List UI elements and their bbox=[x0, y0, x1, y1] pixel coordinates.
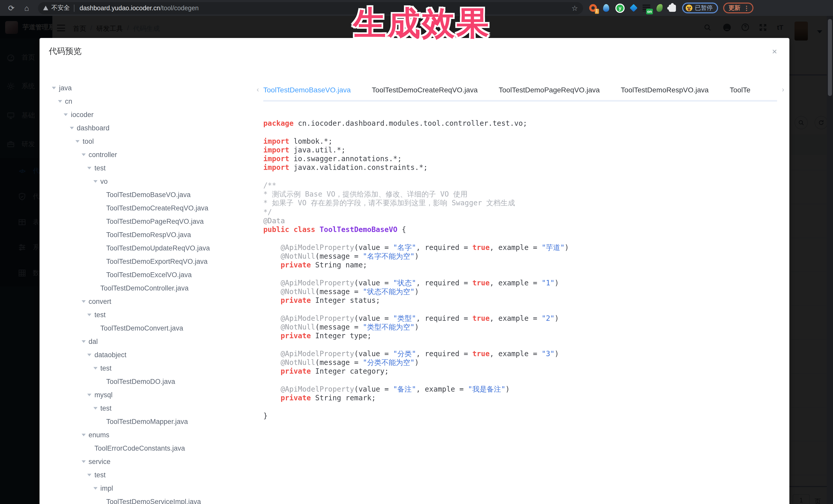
tree-node-folder[interactable]: convert bbox=[49, 295, 257, 308]
tree-expand-icon[interactable] bbox=[93, 487, 97, 489]
home-icon[interactable]: ⌂ bbox=[21, 2, 33, 14]
tab-ToolTestDemoRespVO.java[interactable]: ToolTestDemoRespVO.java bbox=[621, 81, 709, 100]
tree-expand-icon[interactable] bbox=[58, 100, 62, 102]
close-icon[interactable]: × bbox=[772, 47, 777, 56]
tree-node-folder[interactable]: tool bbox=[49, 135, 257, 148]
tree-node-folder[interactable]: controller bbox=[49, 148, 257, 161]
tree-node-file[interactable]: ToolTestDemoPageReqVO.java bbox=[49, 215, 257, 228]
tree-node-label: tool bbox=[82, 137, 94, 145]
code-line: /** bbox=[263, 181, 783, 190]
tree-expand-icon[interactable] bbox=[64, 113, 68, 116]
extension-leaf-icon[interactable] bbox=[657, 4, 663, 12]
tree-node-label: test bbox=[94, 471, 106, 479]
tree-expand-icon[interactable] bbox=[75, 140, 79, 142]
extension-green-y-icon[interactable]: y bbox=[615, 3, 625, 13]
tree-node-folder[interactable]: mysql bbox=[49, 388, 257, 401]
tree-expand-icon[interactable] bbox=[81, 460, 86, 463]
tree-expand-icon[interactable] bbox=[81, 433, 86, 436]
code-line bbox=[263, 234, 783, 243]
tree-node-folder[interactable]: impl bbox=[49, 481, 257, 495]
extension-list-icon[interactable]: on bbox=[643, 5, 650, 11]
tree-node-folder[interactable]: enums bbox=[49, 428, 257, 441]
tree-node-folder[interactable]: service bbox=[49, 455, 257, 468]
tree-expand-icon[interactable] bbox=[93, 180, 97, 183]
tree-expand-icon[interactable] bbox=[87, 313, 91, 316]
tree-node-label: ToolTestDemoServiceImpl.java bbox=[106, 498, 201, 504]
code-line: @ApiModelProperty(value = "分类", required… bbox=[263, 350, 783, 359]
tree-node-folder[interactable]: test bbox=[49, 308, 257, 321]
tree-expand-icon[interactable] bbox=[81, 340, 86, 342]
tree-node-file[interactable]: ToolTestDemoExportReqVO.java bbox=[49, 255, 257, 268]
bookmark-star-icon[interactable]: ☆ bbox=[571, 4, 578, 12]
chrome-update-button[interactable]: 更新 ⋮ bbox=[723, 3, 753, 13]
tree-node-label: ToolTestDemoExcelVO.java bbox=[106, 271, 192, 279]
tree-node-folder[interactable]: test bbox=[49, 361, 257, 375]
code-line: package cn.iocoder.dashboard.modules.too… bbox=[263, 119, 783, 128]
tree-node-label: ToolTestDemoDO.java bbox=[106, 378, 175, 385]
tree-expand-icon[interactable] bbox=[93, 367, 97, 369]
tree-node-file[interactable]: ToolTestDemoController.java bbox=[49, 281, 257, 295]
tab-ToolTe[interactable]: ToolTe bbox=[730, 81, 751, 100]
browser-scrollbar[interactable] bbox=[827, 16, 833, 504]
tree-node-file[interactable]: ToolTestDemoServiceImpl.java bbox=[49, 495, 257, 504]
tree-node-label: convert bbox=[89, 297, 111, 305]
tab-scroll-left-icon[interactable]: ‹ bbox=[257, 85, 259, 93]
tree-node-folder[interactable]: dashboard bbox=[49, 121, 257, 135]
tree-node-label: test bbox=[94, 311, 106, 318]
tree-expand-icon[interactable] bbox=[70, 126, 74, 129]
tree-node-file[interactable]: ToolTestDemoMapper.java bbox=[49, 415, 257, 428]
extension-gem-icon[interactable] bbox=[603, 4, 609, 12]
tree-node-folder[interactable]: iocoder bbox=[49, 108, 257, 121]
extension-orange-icon[interactable]: 1 bbox=[589, 4, 597, 12]
tree-node-file[interactable]: ToolTestDemoUpdateReqVO.java bbox=[49, 241, 257, 255]
tree-expand-icon[interactable] bbox=[81, 153, 86, 156]
extensions-puzzle-icon[interactable] bbox=[669, 4, 676, 11]
address-bar[interactable]: 不安全 dashboard.yudao.iocoder.cn /tool/cod… bbox=[38, 2, 583, 14]
profile-emoji-icon bbox=[686, 5, 692, 11]
tree-expand-icon[interactable] bbox=[87, 167, 91, 169]
tree-node-file[interactable]: ToolTestDemoConvert.java bbox=[49, 321, 257, 335]
extension-diamond-icon[interactable] bbox=[631, 5, 637, 11]
tree-expand-icon[interactable] bbox=[87, 474, 91, 476]
code-line: } bbox=[263, 412, 783, 421]
code-line bbox=[263, 128, 783, 137]
tree-expand-icon[interactable] bbox=[52, 87, 56, 89]
tree-expand-icon[interactable] bbox=[93, 407, 97, 409]
debugger-paused-chip[interactable]: 已暂停 bbox=[682, 3, 718, 13]
tree-node-folder[interactable]: dal bbox=[49, 335, 257, 348]
tree-node-folder[interactable]: dataobject bbox=[49, 348, 257, 361]
tree-node-label: service bbox=[89, 458, 111, 465]
tree-node-file[interactable]: ToolTestDemoDO.java bbox=[49, 375, 257, 388]
tree-node-file[interactable]: ToolErrorCodeConstants.java bbox=[49, 441, 257, 455]
code-line: import io.swagger.annotations.*; bbox=[263, 154, 783, 164]
reload-icon[interactable]: ⟳ bbox=[5, 2, 18, 14]
code-line: @NotNull(message = "名字不能为空") bbox=[263, 252, 783, 261]
tree-expand-icon[interactable] bbox=[81, 300, 86, 303]
tree-node-folder[interactable]: test bbox=[49, 401, 257, 415]
scrollbar-thumb[interactable] bbox=[828, 19, 832, 96]
tree-node-file[interactable]: ToolTestDemoRespVO.java bbox=[49, 228, 257, 241]
code-line bbox=[263, 340, 783, 350]
code-line bbox=[263, 403, 783, 412]
tab-ToolTestDemoPageReqVO.java[interactable]: ToolTestDemoPageReqVO.java bbox=[499, 81, 600, 100]
tree-node-label: ToolTestDemoMapper.java bbox=[106, 417, 188, 425]
tree-node-folder[interactable]: vo bbox=[49, 174, 257, 188]
screen: ← → ⟳ ⌂ 不安全 dashboard.yudao.iocoder.cn /… bbox=[0, 0, 833, 504]
tree-node-folder[interactable]: test bbox=[49, 161, 257, 174]
code-line bbox=[263, 376, 783, 385]
tree-node-folder[interactable]: test bbox=[49, 468, 257, 481]
browser-menu-icon[interactable]: ⋮ bbox=[743, 4, 749, 11]
tab-ToolTestDemoCreateReqVO.java[interactable]: ToolTestDemoCreateReqVO.java bbox=[372, 81, 478, 100]
tree-node-file[interactable]: ToolTestDemoCreateReqVO.java bbox=[49, 201, 257, 215]
tree-node-folder[interactable]: java bbox=[49, 81, 257, 94]
tab-scroll-right-icon[interactable]: › bbox=[782, 85, 784, 93]
tree-node-file[interactable]: ToolTestDemoBaseVO.java bbox=[49, 188, 257, 201]
tree-node-folder[interactable]: cn bbox=[49, 94, 257, 108]
security-label[interactable]: 不安全 bbox=[51, 4, 70, 12]
code-line: private Integer type; bbox=[263, 332, 783, 341]
code-line bbox=[263, 172, 783, 181]
tree-node-file[interactable]: ToolTestDemoExcelVO.java bbox=[49, 268, 257, 281]
tab-ToolTestDemoBaseVO.java[interactable]: ToolTestDemoBaseVO.java bbox=[263, 81, 351, 100]
tree-expand-icon[interactable] bbox=[87, 393, 91, 396]
tree-expand-icon[interactable] bbox=[87, 353, 91, 356]
